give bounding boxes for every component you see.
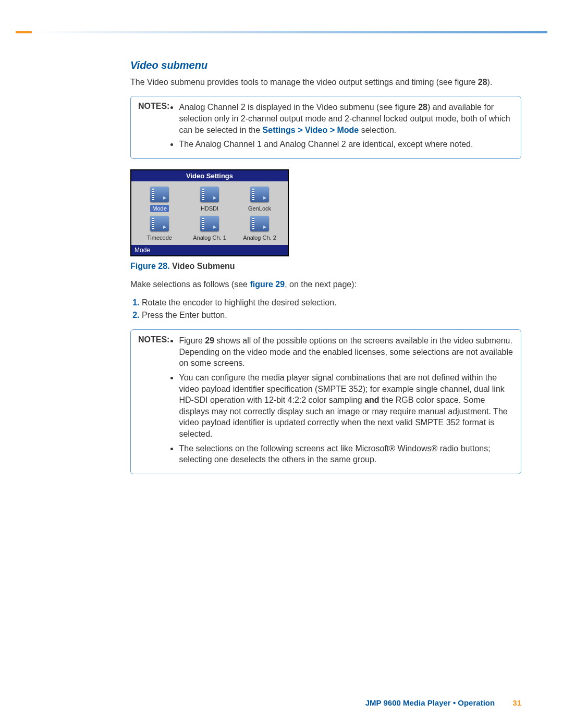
make-selections-text: Make selections as follows (see figure 2… bbox=[130, 279, 521, 290]
icon-label-timecode: Timecode bbox=[147, 235, 172, 241]
section-heading: Video submenu bbox=[130, 59, 521, 71]
icon-label-analog1: Analog Ch. 1 bbox=[193, 235, 226, 241]
n2i1-fig: 29 bbox=[205, 336, 214, 345]
figure-caption-text: Video Submenu bbox=[170, 262, 235, 270]
film-icon bbox=[150, 216, 169, 231]
icon-label-genlock: GenLock bbox=[248, 205, 271, 212]
n1i1-c: selection. bbox=[359, 126, 396, 134]
icon-label-analog2: Analog Ch. 2 bbox=[243, 235, 276, 241]
film-icon bbox=[200, 187, 219, 202]
film-icon bbox=[250, 216, 269, 231]
n2i1-b: shows all of the possible options on the… bbox=[179, 336, 512, 367]
n2i1-a: Figure bbox=[179, 336, 205, 345]
notes-list-1: Analog Channel 2 is displayed in the Vid… bbox=[173, 102, 513, 153]
notes-label: NOTES: bbox=[138, 102, 169, 111]
film-icon bbox=[200, 216, 219, 231]
screenshot-icon-grid: Mode HDSDI GenLock Timecode Analog Ch. 1… bbox=[131, 181, 288, 245]
intro-figure-ref: 28 bbox=[478, 78, 487, 87]
page-top-border bbox=[16, 31, 547, 33]
intro-text-b: ). bbox=[487, 78, 493, 87]
notes-box-2: NOTES: Figure 29 shows all of the possib… bbox=[130, 329, 521, 474]
note2-item1: Figure 29 shows all of the possible opti… bbox=[179, 335, 513, 369]
icon-analog1: Analog Ch. 1 bbox=[185, 216, 235, 242]
intro-paragraph: The Video submenu provides tools to mana… bbox=[130, 77, 521, 88]
video-settings-screenshot: Video Settings Mode HDSDI GenLock Timeco… bbox=[130, 169, 289, 256]
note1-item2: The Analog Channel 1 and Analog Channel … bbox=[179, 139, 513, 150]
step-1: Rotate the encoder to highlight the desi… bbox=[142, 298, 521, 307]
n2i2-and: and bbox=[364, 396, 379, 404]
n1i1-a: Analog Channel 2 is displayed in the Vid… bbox=[179, 103, 418, 112]
icon-analog2: Analog Ch. 2 bbox=[235, 216, 285, 242]
n1i1-fig: 28 bbox=[418, 103, 427, 112]
figure-caption-prefix: Figure 28. bbox=[130, 262, 170, 270]
steps-list: Rotate the encoder to highlight the desi… bbox=[130, 298, 521, 320]
icon-label-mode: Mode bbox=[150, 205, 169, 212]
make-b: , on the next page): bbox=[285, 280, 357, 289]
screenshot-footer: Mode bbox=[131, 245, 288, 255]
note2-item2: You can configure the media player signa… bbox=[179, 372, 513, 440]
icon-genlock: GenLock bbox=[235, 187, 285, 213]
figure-29-link[interactable]: figure 29 bbox=[250, 280, 285, 289]
intro-text-a: The Video submenu provides tools to mana… bbox=[130, 78, 478, 87]
notes-label-2: NOTES: bbox=[138, 335, 169, 344]
step-2: Press the Enter button. bbox=[142, 311, 521, 320]
note1-item1: Analog Channel 2 is displayed in the Vid… bbox=[179, 102, 513, 135]
note2-item3: The selections on the following screens … bbox=[179, 443, 513, 465]
icon-timecode: Timecode bbox=[134, 216, 185, 242]
notes-list-2: Figure 29 shows all of the possible opti… bbox=[173, 335, 513, 468]
settings-video-mode-link[interactable]: Settings > Video > Mode bbox=[263, 126, 359, 134]
film-icon bbox=[150, 187, 169, 202]
film-icon bbox=[250, 187, 269, 202]
page-content: Video submenu The Video submenu provides… bbox=[130, 59, 521, 474]
icon-label-hdsdi: HDSDI bbox=[201, 205, 218, 212]
figure-caption: Figure 28. Video Submenu bbox=[130, 262, 521, 271]
icon-mode: Mode bbox=[134, 187, 185, 213]
make-a: Make selections as follows (see bbox=[130, 280, 250, 289]
notes-box-1: NOTES: Analog Channel 2 is displayed in … bbox=[130, 96, 521, 158]
icon-hdsdi: HDSDI bbox=[185, 187, 235, 213]
screenshot-title: Video Settings bbox=[131, 170, 288, 181]
